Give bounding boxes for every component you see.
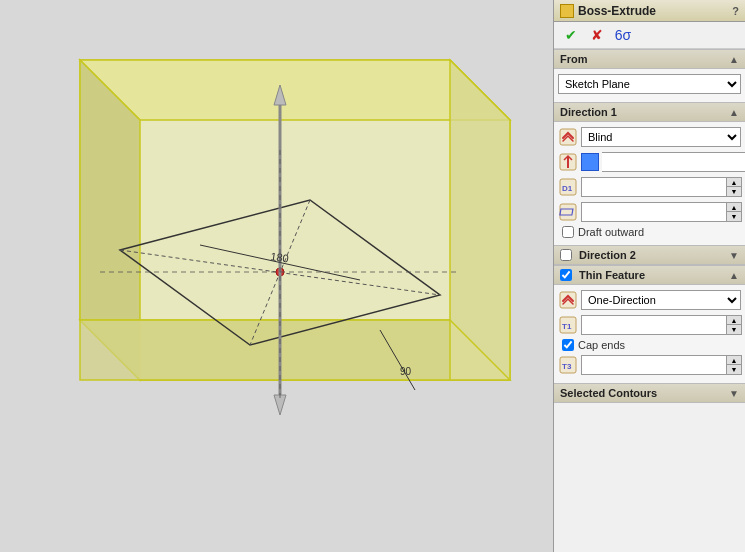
draft-input[interactable]	[581, 202, 726, 222]
window-title: Boss-Extrude	[578, 4, 656, 18]
svg-text:90: 90	[400, 366, 412, 377]
thin-feature-collapse-icon: ▲	[729, 270, 739, 281]
end-condition-row: Blind	[558, 126, 741, 148]
svg-text:T1: T1	[562, 322, 572, 331]
svg-rect-24	[560, 204, 576, 220]
direction2-section-title: Direction 2	[579, 249, 636, 261]
from-section-header[interactable]: From ▲	[554, 49, 745, 69]
draft-outward-checkbox[interactable]	[562, 226, 574, 238]
flip-direction-icon[interactable]	[558, 152, 578, 172]
ok-button[interactable]: ✔	[560, 25, 582, 45]
canvas-area: 180 90	[0, 0, 553, 552]
cap-ends-row: Cap ends	[558, 339, 741, 351]
depth-spin: 90.00mm ▲ ▼	[581, 177, 742, 197]
draft-outward-label: Draft outward	[578, 226, 644, 238]
draft-icon	[558, 202, 578, 222]
direction1-section-title: Direction 1	[560, 106, 617, 118]
depth-row: D1 90.00mm ▲ ▼	[558, 176, 741, 198]
t1-spin: 10.00mm ▲ ▼	[581, 315, 742, 335]
selected-contours-collapse-icon: ▼	[729, 388, 739, 399]
draft-spin: ▲ ▼	[581, 202, 742, 222]
title-bar: Boss-Extrude ?	[554, 0, 745, 22]
right-panel: Boss-Extrude ? ✔ ✘ 6σ From ▲ Sketch Plan…	[553, 0, 745, 552]
direction1-collapse-icon: ▲	[729, 107, 739, 118]
t3-up-btn[interactable]: ▲	[727, 356, 741, 365]
selected-contours-section-title: Selected Contours	[560, 387, 657, 399]
from-section-content: Sketch Plane	[554, 69, 745, 102]
t1-up-btn[interactable]: ▲	[727, 316, 741, 325]
help-button[interactable]: ?	[732, 5, 739, 17]
direction-color-swatch	[581, 153, 599, 171]
draft-up-btn[interactable]: ▲	[727, 203, 741, 212]
thin-feature-enable-checkbox[interactable]	[560, 269, 572, 281]
t3-spin: 10.00mm ▲ ▼	[581, 355, 742, 375]
end-condition-select[interactable]: Blind	[581, 127, 741, 147]
reverse-dir-icon[interactable]	[558, 127, 578, 147]
from-plane-row: Sketch Plane	[558, 73, 741, 95]
svg-text:T3: T3	[562, 362, 572, 371]
direction-face-input[interactable]	[602, 152, 745, 172]
direction2-enable-checkbox[interactable]	[560, 249, 572, 261]
t1-row: T1 10.00mm ▲ ▼	[558, 314, 741, 336]
draft-outward-row: Draft outward	[558, 226, 741, 238]
t1-icon: T1	[558, 315, 578, 335]
thin-type-select[interactable]: One-Direction	[581, 290, 741, 310]
t3-down-btn[interactable]: ▼	[727, 365, 741, 374]
t3-row: T3 10.00mm ▲ ▼	[558, 354, 741, 376]
direction1-section-header[interactable]: Direction 1 ▲	[554, 102, 745, 122]
cap-ends-checkbox[interactable]	[562, 339, 574, 351]
thin-feature-section-content: One-Direction T1 10.00mm ▲ ▼ Cap ends	[554, 285, 745, 383]
t3-input[interactable]: 10.00mm	[581, 355, 726, 375]
from-collapse-icon: ▲	[729, 54, 739, 65]
title-bar-left: Boss-Extrude	[560, 4, 656, 18]
from-plane-select[interactable]: Sketch Plane	[558, 74, 741, 94]
cap-ends-label: Cap ends	[578, 339, 625, 351]
options-button[interactable]: 6σ	[612, 25, 634, 45]
title-icon	[560, 4, 574, 18]
draft-down-btn[interactable]: ▼	[727, 212, 741, 221]
direction2-collapse-icon: ▼	[729, 250, 739, 261]
svg-text:D1: D1	[562, 184, 573, 193]
cancel-button[interactable]: ✘	[586, 25, 608, 45]
direction2-section-header[interactable]: Direction 2 ▼	[554, 245, 745, 265]
selected-contours-section-header[interactable]: Selected Contours ▼	[554, 383, 745, 403]
thin-type-row: One-Direction	[558, 289, 741, 311]
t3-icon: T3	[558, 355, 578, 375]
depth-up-btn[interactable]: ▲	[727, 178, 741, 187]
direction1-section-content: Blind D1 90.00mm	[554, 122, 745, 245]
t1-input[interactable]: 10.00mm	[581, 315, 726, 335]
thin-feature-section-title: Thin Feature	[579, 269, 645, 281]
thin-type-icon[interactable]	[558, 290, 578, 310]
thin-feature-section-header[interactable]: Thin Feature ▲	[554, 265, 745, 285]
from-section-title: From	[560, 53, 588, 65]
depth-input[interactable]: 90.00mm	[581, 177, 726, 197]
t1-down-btn[interactable]: ▼	[727, 325, 741, 334]
depth-down-btn[interactable]: ▼	[727, 187, 741, 196]
toolbar-row: ✔ ✘ 6σ	[554, 22, 745, 49]
depth-icon: D1	[558, 177, 578, 197]
draft-row: ▲ ▼	[558, 201, 741, 223]
flip-direction-row	[558, 151, 741, 173]
svg-marker-2	[80, 60, 510, 120]
